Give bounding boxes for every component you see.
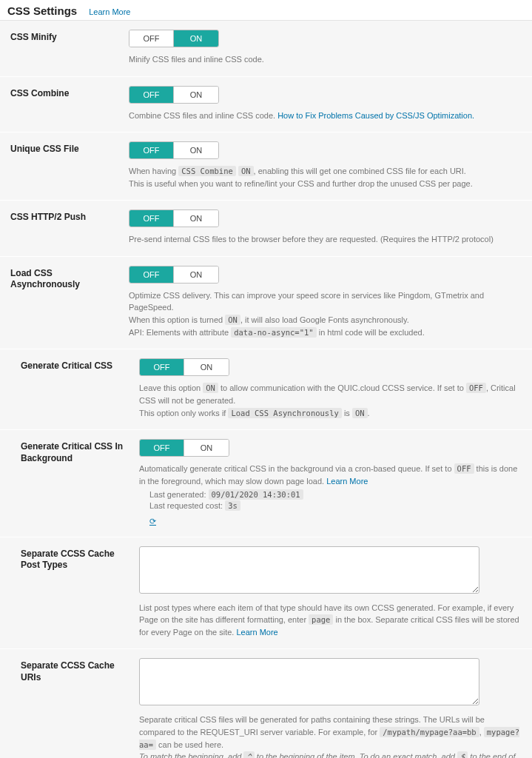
toggle-off[interactable]: OFF — [140, 359, 184, 375]
load-async-desc2: When this option is turned ON, it will a… — [129, 314, 522, 326]
toggle-off[interactable]: OFF — [129, 142, 174, 158]
sep-ccss-posttypes-input[interactable] — [139, 546, 479, 594]
toggle-off[interactable]: OFF — [129, 266, 174, 283]
last-generated: Last generated: 09/01/2020 14:30:01 — [149, 490, 522, 499]
unique-css-desc2: This is useful when you want to refine/l… — [129, 178, 522, 190]
toggle-on[interactable]: ON — [174, 30, 218, 47]
toggle-off[interactable]: OFF — [129, 30, 174, 47]
gen-ccss-bg-toggle[interactable]: OFF ON — [139, 439, 229, 457]
toggle-on[interactable]: ON — [174, 142, 218, 158]
sep-ccss-posttypes-link[interactable]: Learn More — [236, 628, 277, 637]
load-async-api: API: Elements with attribute data-no-asy… — [129, 326, 522, 339]
http2-push-desc: Pre-send internal CSS files to the brows… — [129, 233, 522, 246]
toggle-off[interactable]: OFF — [129, 87, 174, 103]
css-minify-label: CSS Minify — [10, 30, 121, 66]
css-minify-toggle[interactable]: OFF ON — [129, 30, 219, 47]
sep-ccss-posttypes-label: Separate CCSS Cache Post Types — [21, 546, 132, 639]
toggle-on[interactable]: ON — [184, 359, 229, 375]
page-title: CSS Settings — [7, 4, 77, 17]
gen-ccss-bg-link[interactable]: Learn More — [326, 477, 368, 486]
gen-ccss-toggle[interactable]: OFF ON — [139, 358, 229, 376]
toggle-on[interactable]: ON — [174, 266, 218, 283]
css-minify-desc: Minify CSS files and inline CSS code. — [129, 53, 522, 66]
load-async-label: Load CSS Asynchronously — [10, 266, 121, 339]
load-async-desc1: Optimize CSS delivery. This can improve … — [129, 289, 522, 314]
css-combine-label: CSS Combine — [10, 86, 121, 122]
gen-ccss-desc1: Leave this option ON to allow communicat… — [139, 382, 522, 406]
sep-ccss-posttypes-desc: List post types where each item of that … — [139, 602, 522, 639]
toggle-off[interactable]: OFF — [140, 440, 184, 456]
reload-icon[interactable]: ⟳ — [149, 517, 156, 526]
toggle-on[interactable]: ON — [174, 210, 218, 227]
css-combine-desc: Combine CSS files and inline CSS code. H… — [129, 110, 522, 122]
sep-ccss-uris-input[interactable] — [139, 658, 479, 705]
last-cost: Last requested cost: 3s — [149, 501, 522, 510]
sep-ccss-uris-desc1: Separate critical CSS files will be gene… — [139, 714, 522, 751]
unique-css-desc1: When having CSS Combine ON, enabling thi… — [129, 165, 522, 178]
unique-css-toggle[interactable]: OFF ON — [129, 141, 219, 159]
load-async-toggle[interactable]: OFF ON — [129, 266, 219, 284]
gen-ccss-bg-label: Generate Critical CSS In Background — [21, 439, 132, 526]
gen-ccss-bg-desc: Automatically generate critical CSS in t… — [139, 463, 522, 487]
gen-ccss-desc2: This option only works if Load CSS Async… — [139, 407, 522, 420]
learn-more-link[interactable]: Learn More — [89, 7, 130, 16]
gen-ccss-label: Generate Critical CSS — [21, 358, 132, 419]
sep-ccss-uris-desc2: To match the beginning, add ^ to the beg… — [139, 751, 522, 758]
http2-push-toggle[interactable]: OFF ON — [129, 209, 219, 227]
toggle-on[interactable]: ON — [184, 440, 229, 456]
toggle-off[interactable]: OFF — [129, 210, 174, 227]
css-combine-toggle[interactable]: OFF ON — [129, 86, 219, 104]
sep-ccss-uris-label: Separate CCSS Cache URIs — [21, 658, 132, 758]
unique-css-label: Unique CSS File — [10, 141, 121, 190]
http2-push-label: CSS HTTP/2 Push — [10, 209, 121, 246]
combine-fix-link[interactable]: How to Fix Problems Caused by CSS/JS Opt… — [277, 111, 474, 120]
toggle-on[interactable]: ON — [174, 87, 218, 103]
